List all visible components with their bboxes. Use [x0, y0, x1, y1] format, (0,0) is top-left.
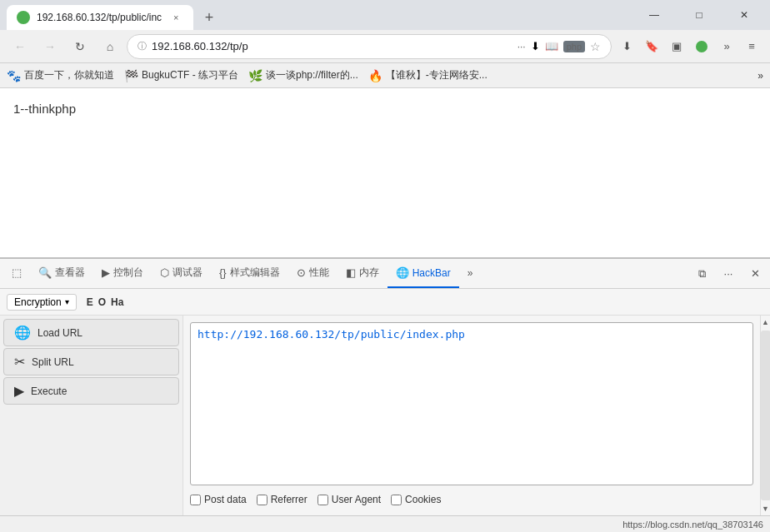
hackbar-actions-panel: 🌐 Load URL ✂ Split URL ▶ Execute [0, 316, 183, 515]
performance-label: 性能 [309, 266, 329, 280]
devtools-debugger-tab[interactable]: ⬡ 调试器 [152, 259, 211, 288]
bookmark-item-bugku[interactable]: 🏁 BugkuCTF - 练习平台 [124, 68, 238, 82]
back-button[interactable]: ← [7, 33, 33, 60]
execute-icon: ▶ [14, 383, 24, 399]
active-tab[interactable]: 192.168.60.132/tp/public/inc × [7, 5, 193, 30]
window-controls: — □ ✕ [635, 2, 763, 27]
tab-close-button[interactable]: × [168, 10, 183, 25]
cookies-checkbox[interactable] [391, 495, 402, 505]
close-button[interactable]: ✕ [725, 2, 763, 27]
hackbar-label: HackBar [412, 267, 451, 279]
url-display: 192.168.60.132/tp/p [152, 40, 512, 52]
tab-title: 192.168.60.132/tp/public/inc [37, 12, 162, 23]
browser-frame: 192.168.60.132/tp/public/inc × + — □ ✕ ←… [0, 0, 770, 532]
devtools-split-button[interactable]: ⧉ [690, 262, 713, 286]
overflow-button[interactable]: » [715, 35, 738, 58]
memory-icon: ◧ [346, 266, 356, 279]
devtools-hackbar-tab[interactable]: 🌐 HackBar [388, 259, 459, 288]
scroll-down-button[interactable]: ▼ [761, 502, 771, 515]
inspector-icon: 🔍 [38, 266, 52, 279]
hackbar-toolbar: Encryption ▾ E O Ha [0, 289, 770, 316]
bookmark-item-php-filter[interactable]: 🌿 谈一谈php://filter的... [248, 68, 358, 82]
library-button[interactable]: 🔖 [640, 35, 663, 58]
hackbar-main-area: 🌐 Load URL ✂ Split URL ▶ Execute http://… [0, 316, 770, 515]
menu-button[interactable]: ≡ [740, 35, 763, 58]
post-data-option[interactable]: Post data [190, 494, 247, 505]
security-bookmark-label: 【谁秋】-专注网络安... [386, 68, 488, 82]
download-button[interactable]: ⬇ [615, 35, 638, 58]
devtools-inspect-tab[interactable]: ⬚ [3, 259, 30, 288]
memory-label: 内存 [359, 266, 379, 280]
tab-favicon [17, 11, 30, 24]
lock-icon: ⓘ [138, 40, 147, 52]
user-agent-label: User Agent [332, 494, 381, 505]
address-bar[interactable]: ⓘ 192.168.60.132/tp/p ··· ⬇ 📖 php ☆ [127, 34, 612, 59]
page-text: 1--thinkphp [13, 102, 757, 116]
toolbar-label-e: E [87, 296, 93, 308]
execute-button[interactable]: ▶ Execute [3, 377, 179, 405]
user-agent-option[interactable]: User Agent [318, 494, 381, 505]
style-editor-icon: {} [219, 266, 227, 279]
url-more-button[interactable]: ··· [518, 41, 526, 52]
bugku-bookmark-label: BugkuCTF - 练习平台 [142, 68, 238, 82]
load-url-icon: 🌐 [14, 325, 31, 341]
encryption-arrow-icon: ▾ [65, 297, 69, 306]
bookmark-item-security[interactable]: 🔥 【谁秋】-专注网络安... [368, 68, 488, 82]
encryption-button[interactable]: Encryption ▾ [7, 294, 77, 311]
status-url: https://blog.csdn.net/qq_38703146 [622, 520, 763, 530]
minimize-button[interactable]: — [635, 2, 673, 27]
devtools-more-button[interactable]: ··· [717, 262, 740, 286]
php-badge: php [563, 41, 585, 52]
home-button[interactable]: ⌂ [97, 33, 123, 60]
new-tab-button[interactable]: + [197, 5, 222, 30]
performance-icon: ⊙ [297, 266, 306, 279]
devtools-close-button[interactable]: ✕ [743, 262, 767, 286]
hackbar-icon: 🌐 [396, 266, 409, 279]
scroll-up-button[interactable]: ▲ [761, 316, 771, 329]
encryption-label: Encryption [14, 296, 62, 308]
title-bar: 192.168.60.132/tp/public/inc × + — □ ✕ [0, 0, 770, 30]
referrer-checkbox[interactable] [257, 495, 268, 505]
devtools-panel: ⬚ 🔍 查看器 ▶ 控制台 ⬡ 调试器 {} 样式编辑器 ⊙ 性能 [0, 257, 770, 515]
devtools-memory-tab[interactable]: ◧ 内存 [338, 259, 388, 288]
bookmark-item-baidu[interactable]: 🐾 百度一下，你就知道 [7, 68, 114, 82]
devtools-performance-tab[interactable]: ⊙ 性能 [288, 259, 338, 288]
split-url-label: Split URL [32, 356, 74, 368]
console-label: 控制台 [113, 266, 143, 280]
load-url-button[interactable]: 🌐 Load URL [3, 319, 179, 346]
nav-bar: ← → ↻ ⌂ ⓘ 192.168.60.132/tp/p ··· ⬇ 📖 ph… [0, 30, 770, 63]
green-status-icon [696, 41, 708, 52]
execute-label: Execute [31, 385, 67, 397]
baidu-bookmark-icon: 🐾 [7, 69, 21, 82]
devtools-overflow-tab[interactable]: » [459, 259, 482, 288]
forward-button[interactable]: → [37, 33, 63, 60]
inspect-icon: ⬚ [12, 266, 22, 279]
post-data-label: Post data [204, 494, 247, 505]
php-filter-bookmark-icon: 🌿 [248, 69, 262, 82]
scroll-track[interactable] [761, 331, 771, 500]
devtools-tab-bar: ⬚ 🔍 查看器 ▶ 控制台 ⬡ 调试器 {} 样式编辑器 ⊙ 性能 [0, 259, 770, 289]
devtools-controls: ⧉ ··· ✕ [690, 259, 767, 288]
style-editor-label: 样式编辑器 [230, 266, 280, 280]
maximize-button[interactable]: □ [680, 2, 718, 27]
green-status-button[interactable] [690, 35, 713, 58]
devtools-inspector-tab[interactable]: 🔍 查看器 [30, 259, 93, 288]
devtools-scrollbar[interactable]: ▲ ▼ [760, 316, 770, 515]
toolbar-label-h: Ha [111, 296, 123, 308]
nav-extras: ⬇ 🔖 ▣ » ≡ [615, 35, 763, 58]
user-agent-checkbox[interactable] [318, 495, 328, 505]
devtools-console-tab[interactable]: ▶ 控制台 [93, 259, 152, 288]
bookmarks-overflow-button[interactable]: » [758, 70, 763, 82]
url-input[interactable]: http://192.168.60.132/tp/public/index.ph… [190, 322, 753, 485]
devtools-style-editor-tab[interactable]: {} 样式编辑器 [211, 259, 288, 288]
referrer-option[interactable]: Referrer [257, 494, 308, 505]
split-url-button[interactable]: ✂ Split URL [3, 348, 179, 375]
bugku-bookmark-icon: 🏁 [124, 69, 138, 82]
star-icon[interactable]: ☆ [590, 40, 601, 53]
cookies-option[interactable]: Cookies [391, 494, 441, 505]
toolbar-label-o: O [98, 296, 106, 308]
post-data-checkbox[interactable] [190, 495, 201, 505]
refresh-button[interactable]: ↻ [67, 33, 93, 60]
hackbar-other-buttons: E O Ha [87, 296, 124, 308]
sidebar-button[interactable]: ▣ [665, 35, 688, 58]
